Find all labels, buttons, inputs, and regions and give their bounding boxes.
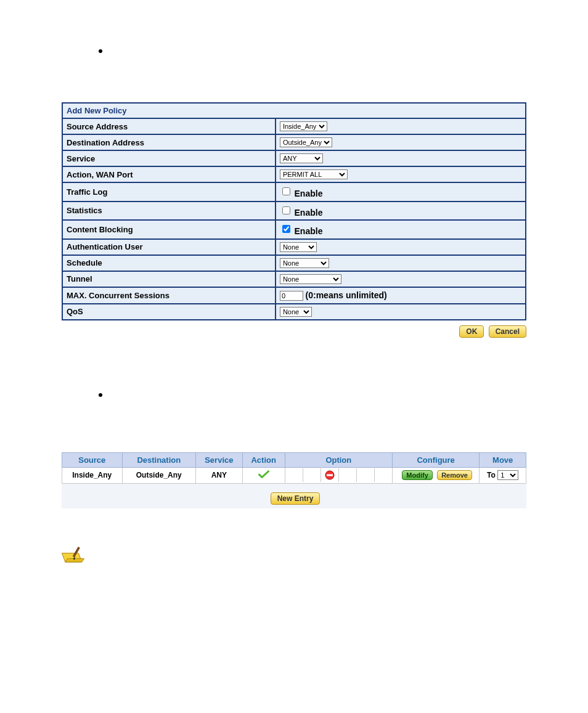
row-configure: Modify Remove <box>392 467 479 483</box>
note-pencil-icon <box>62 545 89 569</box>
col-option: Option <box>285 452 392 467</box>
authentication-user-label: Authentication User <box>62 239 276 255</box>
table-row: Inside_Any Outside_Any ANY <box>62 467 526 483</box>
destination-address-label: Destination Address <box>62 134 276 150</box>
bullet-dot-1 <box>99 49 102 53</box>
source-address-label: Source Address <box>62 118 276 134</box>
source-address-select[interactable]: Inside_Any <box>280 121 327 131</box>
action-wan-port-select[interactable]: PERMIT ALL <box>280 169 348 179</box>
traffic-log-checkbox-label: Enable <box>295 189 323 198</box>
schedule-label: Schedule <box>62 255 276 271</box>
max-concurrent-hint: (0:means unlimited) <box>306 290 387 300</box>
content-blocking-checkbox[interactable] <box>282 225 290 233</box>
row-source: Inside_Any <box>62 467 123 483</box>
form-title: Add New Policy <box>62 103 526 118</box>
col-configure: Configure <box>392 452 479 467</box>
add-new-policy-form: Add New Policy Source Address Inside_Any… <box>62 102 526 320</box>
new-entry-button[interactable]: New Entry <box>271 492 321 505</box>
traffic-log-checkbox[interactable] <box>282 187 290 195</box>
schedule-select[interactable]: None <box>280 258 329 268</box>
col-destination: Destination <box>122 452 195 467</box>
row-destination: Outside_Any <box>122 467 195 483</box>
row-service: ANY <box>196 467 243 483</box>
max-concurrent-label: MAX. Concurrent Sessions <box>62 287 276 304</box>
policy-list-table: Source Destination Service Action Option… <box>62 452 526 484</box>
statistics-checkbox[interactable] <box>282 206 290 214</box>
col-action: Action <box>242 452 285 467</box>
content-blocking-label: Content Blocking <box>62 220 276 239</box>
row-option <box>285 467 392 483</box>
ok-button[interactable]: OK <box>459 325 484 338</box>
cancel-button[interactable]: Cancel <box>489 325 526 338</box>
block-icon <box>325 470 335 480</box>
max-concurrent-input[interactable] <box>280 291 303 301</box>
modify-button[interactable]: Modify <box>402 470 432 480</box>
col-move: Move <box>480 452 526 467</box>
row-move: To 1 <box>480 467 526 483</box>
authentication-user-select[interactable]: None <box>280 242 317 252</box>
tunnel-label: Tunnel <box>62 271 276 287</box>
qos-select[interactable]: None <box>280 307 312 317</box>
destination-address-select[interactable]: Outside_Any <box>280 137 332 147</box>
remove-button[interactable]: Remove <box>437 470 472 480</box>
bullet-dot-2 <box>99 393 102 397</box>
row-action <box>242 467 285 483</box>
content-blocking-checkbox-label: Enable <box>295 226 323 236</box>
traffic-log-label: Traffic Log <box>62 182 276 202</box>
svg-rect-1 <box>327 475 333 476</box>
service-select[interactable]: ANY <box>280 153 323 163</box>
permit-check-icon <box>258 470 269 479</box>
note-row <box>62 545 526 569</box>
qos-label: QoS <box>62 304 276 320</box>
col-service: Service <box>196 452 243 467</box>
statistics-checkbox-label: Enable <box>295 207 323 217</box>
tunnel-select[interactable]: None <box>280 274 341 284</box>
col-source: Source <box>62 452 123 467</box>
form-button-row: OK Cancel <box>62 320 526 338</box>
action-wan-port-label: Action, WAN Port <box>62 166 276 182</box>
service-label: Service <box>62 150 276 166</box>
move-to-label: To <box>487 471 496 479</box>
move-to-select[interactable]: 1 <box>497 470 518 480</box>
statistics-label: Statistics <box>62 202 276 221</box>
